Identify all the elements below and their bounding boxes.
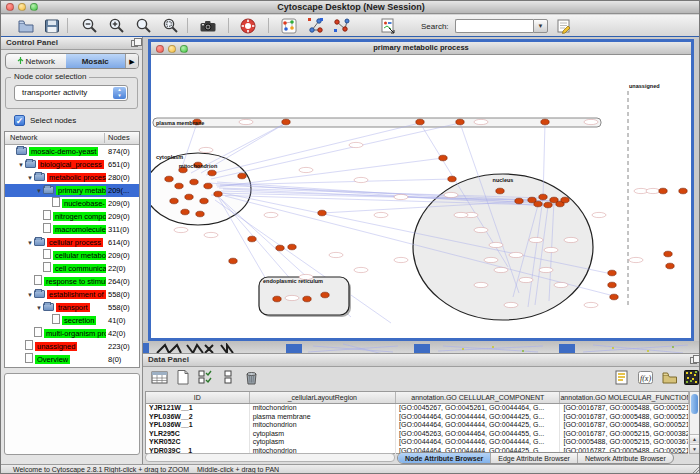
table-cell[interactable]: YKR052C	[146, 438, 250, 447]
app-titlebar[interactable]: Cytoscape Desktop (New Session)	[1, 1, 700, 14]
graph-node[interactable]	[541, 119, 549, 125]
graph-node[interactable]	[229, 258, 237, 264]
table-column-header[interactable]: _cellularLayoutRegion	[250, 392, 396, 403]
table-row[interactable]: YLR295Ccytoplasm[GO:0045263, GO:0044464,…	[146, 430, 689, 439]
import-attributes-icon[interactable]	[661, 369, 678, 386]
graph-node[interactable]	[238, 173, 246, 179]
tree-row[interactable]: ▼cellular process614(0)	[5, 236, 139, 249]
graph-node[interactable]	[659, 188, 667, 194]
graph-node[interactable]	[561, 197, 569, 203]
table-horizontal-scrollbar[interactable]	[145, 453, 395, 462]
float-panel-icon[interactable]	[131, 40, 138, 47]
graph-node[interactable]	[321, 292, 329, 298]
zoom-out-icon[interactable]	[81, 17, 99, 35]
search-dropdown-icon[interactable]: ▼	[533, 19, 548, 33]
vizmapper-icon[interactable]	[280, 17, 298, 35]
graph-node[interactable]	[276, 245, 284, 251]
table-column-header[interactable]: annotation.GO MOLECULAR_FUNCTION	[560, 392, 689, 403]
table-cell[interactable]: mitochondrion	[250, 404, 396, 413]
tree-row[interactable]: ▼establishment of lo558(0)	[5, 288, 139, 301]
tab-network-attribute-browser[interactable]: Network Attribute Browser	[578, 453, 673, 463]
table-cell[interactable]: [GO:0005488, GO:0005215, GO:0003674]	[560, 438, 689, 447]
tree-row[interactable]: ▼transport558(0)	[5, 301, 139, 314]
tree-row[interactable]: nucleobase-209(0)	[5, 197, 139, 210]
graph-node[interactable]	[496, 188, 504, 194]
table-cell[interactable]: YLR295C	[146, 430, 250, 439]
tree-row[interactable]: response to stimulu264(0)	[5, 275, 139, 288]
tab-edge-attribute-browser[interactable]: Edge Attribute Browser	[491, 453, 578, 463]
unselect-attributes-icon[interactable]	[220, 369, 237, 386]
zoom-fit-icon[interactable]	[135, 17, 153, 35]
graph-node[interactable]	[288, 244, 296, 250]
graph-node[interactable]	[318, 210, 326, 216]
graph-node[interactable]	[165, 176, 173, 182]
graph-node[interactable]	[539, 194, 547, 200]
graph-node[interactable]	[248, 236, 256, 242]
table-row[interactable]: YKR052Ccytoplasm[GO:0044464, GO:0044446,…	[146, 438, 689, 447]
network-view-window[interactable]: primary metabolic process plasma membran…	[148, 39, 694, 341]
table-row[interactable]: YJR121W__1mitochondrion[GO:0045267, GO:0…	[146, 404, 689, 413]
tree-row[interactable]: ▼biological_process651(0)	[5, 158, 139, 171]
tree-row[interactable]: cell communicat22(0)	[5, 262, 139, 275]
table-cell[interactable]: [GO:0016787, GO:0005488, GO:0005215, G..…	[560, 404, 689, 413]
table-row[interactable]: YPL036W__1mitochondrion[GO:0044464, GO:0…	[146, 421, 689, 430]
tab-overflow-icon[interactable]: ▶	[125, 54, 138, 68]
zoom-in-icon[interactable]	[108, 17, 126, 35]
tree-row[interactable]: Overview8(0)	[5, 353, 139, 366]
graph-node[interactable]	[608, 282, 616, 288]
graph-node[interactable]	[170, 198, 178, 204]
graph-node[interactable]	[666, 263, 674, 269]
save-icon[interactable]	[43, 17, 61, 35]
tab-mosaic[interactable]: Mosaic	[66, 54, 126, 68]
network-layout-icon[interactable]	[307, 17, 325, 35]
snapshot-icon[interactable]	[199, 17, 217, 35]
graph-node[interactable]	[448, 176, 456, 182]
graph-node[interactable]	[208, 170, 216, 176]
report-icon[interactable]	[613, 369, 630, 386]
graph-node[interactable]	[273, 296, 281, 302]
graph-node[interactable]	[204, 183, 212, 189]
function-builder-icon[interactable]: f(x)	[637, 369, 654, 386]
attribute-table-icon[interactable]	[151, 369, 168, 386]
table-cell[interactable]: mitochondrion	[250, 421, 396, 430]
table-cell[interactable]: cytoplasm	[250, 430, 396, 439]
tab-network[interactable]: Network	[6, 54, 66, 68]
table-cell[interactable]: cytoplasm	[250, 438, 396, 447]
tree-column-network[interactable]: Network	[10, 132, 38, 144]
network-edit-icon[interactable]	[333, 17, 351, 35]
graph-node[interactable]	[196, 211, 204, 217]
search-options-icon[interactable]	[555, 17, 573, 35]
table-cell[interactable]: YJR121W__1	[146, 404, 250, 413]
table-cell[interactable]: [GO:0016787, GO:0005215, GO:0003824, G..…	[560, 430, 689, 439]
scrollbar-thumb[interactable]	[691, 394, 698, 414]
table-cell[interactable]: [GO:0045263, GO:0044464, GO:0044455, G..…	[396, 430, 560, 439]
new-attribute-icon[interactable]	[174, 369, 191, 386]
table-column-header[interactable]: ID	[146, 392, 250, 403]
table-column-header[interactable]: annotation.GO CELLULAR_COMPONENT	[396, 392, 560, 403]
table-cell[interactable]: [GO:0044464, GO:0044444, GO:0044425, G..…	[396, 421, 560, 430]
tree-column-nodes[interactable]: Nodes	[108, 132, 130, 144]
tab-node-attribute-browser[interactable]: Node Attribute Browser	[398, 453, 491, 463]
graph-node[interactable]	[190, 179, 198, 185]
select-attributes-icon[interactable]	[197, 369, 214, 386]
open-icon[interactable]	[17, 17, 35, 35]
tree-row[interactable]: ▼metabolic process280(0)	[5, 171, 139, 184]
graph-node[interactable]	[610, 294, 618, 300]
tree-row[interactable]: unassigned223(0)	[5, 340, 139, 353]
table-vertical-scrollbar[interactable]: ▲ ▼	[689, 391, 700, 454]
graph-node[interactable]	[679, 188, 687, 194]
delete-attribute-icon[interactable]	[243, 369, 260, 386]
float-panel-icon[interactable]	[690, 357, 697, 364]
graph-node[interactable]	[439, 155, 447, 161]
table-cell[interactable]: [GO:0016787, GO:0005488, GO:0005215, G..…	[560, 413, 689, 422]
table-cell[interactable]: YPL036W__1	[146, 421, 250, 430]
graph-node[interactable]	[544, 202, 552, 208]
tree-row[interactable]: ▼primary metabo209(...	[5, 184, 139, 197]
graph-node[interactable]	[303, 296, 311, 302]
network-canvas[interactable]: plasma membranecytoplasmmitochondrionnuc…	[151, 55, 691, 338]
scroll-down-icon[interactable]: ▼	[690, 444, 699, 453]
graph-node[interactable]	[515, 198, 523, 204]
node-color-dropdown[interactable]: transporter activity ▲▼	[14, 85, 128, 101]
scroll-up-icon[interactable]: ▲	[690, 434, 699, 443]
tree-row[interactable]: multi-organism pro42(0)	[5, 327, 139, 340]
